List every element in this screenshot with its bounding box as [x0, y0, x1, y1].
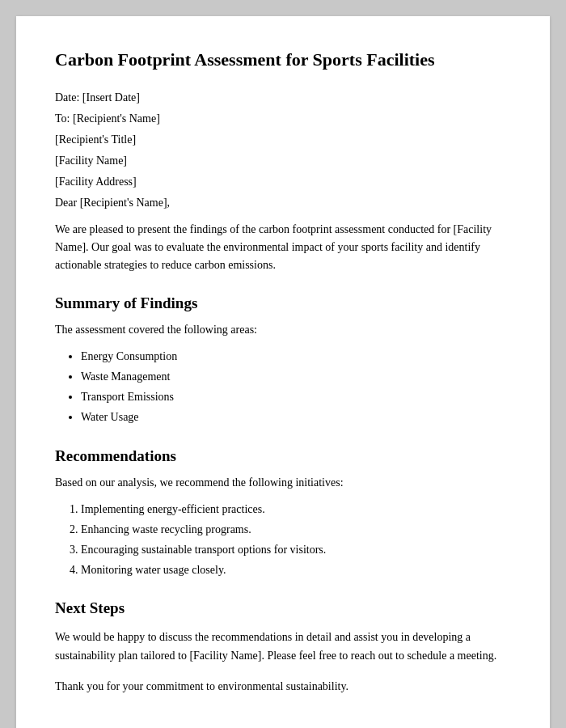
- list-item: Energy Consumption: [81, 346, 511, 366]
- summary-heading: Summary of Findings: [55, 294, 511, 312]
- next-steps-para1: We would be happy to discuss the recomme…: [55, 629, 511, 665]
- salutation: Dear [Recipient's Name],: [55, 197, 511, 210]
- list-item: Transport Emissions: [81, 387, 511, 407]
- recommendations-list: Implementing energy-efficient practices.…: [81, 499, 511, 581]
- recommendations-intro: Based on our analysis, we recommend the …: [55, 476, 511, 489]
- recommendations-heading: Recommendations: [55, 447, 511, 465]
- intro-paragraph: We are pleased to present the findings o…: [55, 221, 511, 275]
- to-field: To: [Recipient's Name]: [55, 112, 511, 125]
- list-item: Implementing energy-efficient practices.: [81, 499, 511, 519]
- document-container: Carbon Footprint Assessment for Sports F…: [16, 16, 550, 728]
- facility-address-field: [Facility Address]: [55, 176, 511, 188]
- next-steps-heading: Next Steps: [55, 599, 511, 617]
- list-item: Waste Management: [81, 366, 511, 387]
- recipient-title-field: [Recipient's Title]: [55, 133, 511, 146]
- list-item: Monitoring water usage closely.: [81, 560, 511, 580]
- document-title: Carbon Footprint Assessment for Sports F…: [55, 49, 511, 72]
- facility-name-field: [Facility Name]: [55, 154, 511, 167]
- summary-list: Energy Consumption Waste Management Tran…: [81, 346, 511, 428]
- date-field: Date: [Insert Date]: [55, 91, 511, 104]
- recommendations-section: Recommendations Based on our analysis, w…: [55, 447, 511, 581]
- list-item: Water Usage: [81, 407, 511, 427]
- next-steps-para2: Thank you for your commitment to environ…: [55, 678, 511, 696]
- next-steps-section: Next Steps We would be happy to discuss …: [55, 599, 511, 696]
- summary-section: Summary of Findings The assessment cover…: [55, 294, 511, 428]
- list-item: Encouraging sustainable transport option…: [81, 540, 511, 560]
- summary-intro: The assessment covered the following are…: [55, 324, 511, 336]
- list-item: Enhancing waste recycling programs.: [81, 519, 511, 540]
